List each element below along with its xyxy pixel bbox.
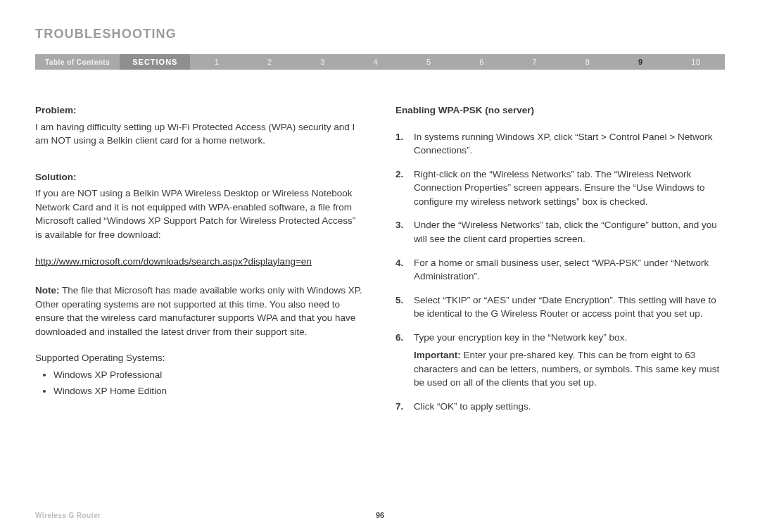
step-text: Type your encryption key in the “Network… — [414, 331, 725, 345]
step-2: 2.Right-click on the “Wireless Networks”… — [395, 167, 725, 209]
wpa-psk-heading: Enabling WPA-PSK (no server) — [395, 103, 725, 118]
step-text: Select “TKIP” or “AES” under “Date Encry… — [414, 293, 725, 321]
content-area: Problem: I am having difficulty setting … — [35, 103, 725, 424]
nav-section-8[interactable]: 8 — [583, 58, 593, 66]
solution-heading: Solution: — [35, 170, 365, 184]
step-number: 7. — [395, 400, 414, 414]
step-number: 4. — [395, 256, 414, 284]
nav-section-1[interactable]: 1 — [212, 58, 222, 66]
download-link[interactable]: http://www.microsoft.com/downloads/searc… — [35, 255, 365, 269]
step-number: 5. — [395, 293, 414, 321]
left-column: Problem: I am having difficulty setting … — [35, 103, 365, 424]
nav-section-2[interactable]: 2 — [265, 58, 275, 66]
footer-page-number: 96 — [376, 511, 384, 519]
step-number: 1. — [395, 130, 414, 158]
step-text: Under the “Wireless Networks” tab, click… — [414, 218, 725, 246]
footer-product: Wireless G Router — [35, 512, 101, 519]
steps-list: 1.In systems running Windows XP, click “… — [395, 130, 725, 345]
problem-heading: Problem: — [35, 103, 365, 118]
supported-os-heading: Supported Operating Systems: — [35, 351, 365, 365]
problem-text: I am having difficulty setting up Wi-Fi … — [35, 120, 365, 148]
step-7: 7.Click “OK” to apply settings. — [395, 400, 725, 414]
step-number: 6. — [395, 331, 414, 345]
step-text: In systems running Windows XP, click “St… — [414, 130, 725, 158]
list-item: Windows XP Professional — [53, 368, 365, 382]
step-3: 3.Under the “Wireless Networks” tab, cli… — [395, 218, 725, 246]
note-paragraph: Note: The file that Microsoft has made a… — [35, 284, 365, 338]
nav-sections-label: SECTIONS — [120, 54, 190, 70]
step-1: 1.In systems running Windows XP, click “… — [395, 130, 725, 158]
page-title: TROUBLESHOOTING — [35, 27, 725, 42]
step-6: 6.Type your encryption key in the “Netwo… — [395, 331, 725, 345]
nav-toc[interactable]: Table of Contents — [35, 54, 120, 70]
nav-section-6[interactable]: 6 — [476, 58, 487, 66]
important-paragraph: Important: Enter your pre-shared key. Th… — [414, 348, 725, 390]
steps-list-cont: 7.Click “OK” to apply settings. — [395, 400, 725, 414]
right-column: Enabling WPA-PSK (no server) 1.In system… — [395, 103, 725, 424]
nav-section-10[interactable]: 10 — [688, 58, 703, 66]
step-number: 3. — [395, 218, 414, 246]
list-item: Windows XP Home Edition — [53, 384, 365, 398]
nav-section-9[interactable]: 9 — [635, 58, 646, 66]
page-footer: Wireless G Router 96 — [35, 511, 725, 519]
important-label: Important: — [414, 350, 461, 360]
nav-section-numbers: 1 2 3 4 5 6 7 8 9 10 — [190, 54, 725, 70]
nav-section-5[interactable]: 5 — [424, 58, 434, 66]
step-text: For a home or small business user, selec… — [414, 256, 725, 284]
section-nav: Table of Contents SECTIONS 1 2 3 4 5 6 7… — [35, 54, 725, 70]
step-text: Right-click on the “Wireless Networks” t… — [414, 167, 725, 209]
step-text: Click “OK” to apply settings. — [414, 400, 725, 414]
supported-os-list: Windows XP Professional Windows XP Home … — [35, 368, 365, 398]
nav-section-3[interactable]: 3 — [317, 58, 328, 66]
step-5: 5.Select “TKIP” or “AES” under “Date Enc… — [395, 293, 725, 321]
note-label: Note: — [35, 285, 60, 296]
step-number: 2. — [395, 167, 414, 209]
nav-section-4[interactable]: 4 — [371, 58, 381, 66]
nav-section-7[interactable]: 7 — [529, 58, 540, 66]
solution-text: If you are NOT using a Belkin WPA Wirele… — [35, 186, 365, 241]
note-text: The file that Microsoft has made availab… — [35, 285, 362, 337]
step-4: 4.For a home or small business user, sel… — [395, 256, 725, 284]
